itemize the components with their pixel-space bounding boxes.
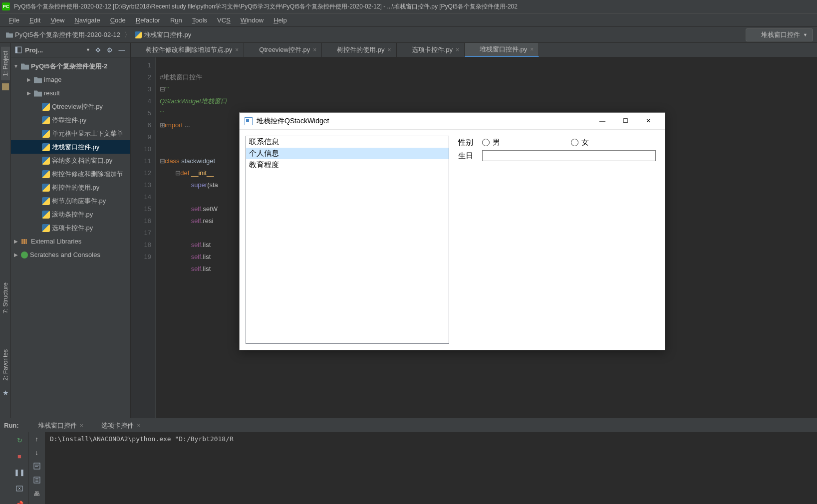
- list-item[interactable]: 教育程度: [246, 159, 449, 171]
- rerun-button[interactable]: ↻: [14, 435, 24, 445]
- editor-tab[interactable]: 堆栈窗口控件.py×: [465, 43, 539, 57]
- gear-icon[interactable]: ⚙: [105, 45, 114, 54]
- pause-button[interactable]: ❚❚: [14, 467, 24, 477]
- folder-stripe-icon[interactable]: [2, 83, 9, 90]
- close-icon[interactable]: ×: [456, 46, 459, 53]
- radio-icon: [571, 139, 578, 146]
- expander-icon[interactable]: ▶: [13, 239, 19, 244]
- folder-icon: [34, 90, 42, 97]
- python-file-icon: [249, 46, 256, 53]
- code-line: QStackWidget堆栈窗口: [160, 97, 227, 105]
- editor-tab[interactable]: Qtreeview控件.py×: [244, 43, 322, 57]
- qt-titlebar[interactable]: 堆栈控件QStackWidget — ☐ ✕: [240, 113, 665, 130]
- tree-file[interactable]: 停靠控件.py: [11, 113, 130, 127]
- collapse-icon[interactable]: —: [117, 45, 126, 54]
- breadcrumb-file[interactable]: 堆栈窗口控件.py: [133, 29, 193, 40]
- menu-code[interactable]: Code: [105, 14, 131, 26]
- menu-tools[interactable]: Tools: [187, 14, 212, 26]
- menu-view[interactable]: View: [45, 14, 69, 26]
- qt-list-widget[interactable]: 联系信息个人信息教育程度: [246, 136, 449, 344]
- scroll-to-end-button[interactable]: [33, 476, 41, 484]
- menu-vcs[interactable]: VCS: [212, 14, 236, 26]
- main-menu-bar: File Edit View Navigate Code Refactor Ru…: [0, 13, 817, 27]
- breadcrumb: PyQt5各个复杂控件使用-2020-02-12 〉 堆栈窗口控件.py: [4, 29, 193, 40]
- close-button[interactable]: ✕: [637, 113, 660, 130]
- tree-external-libraries[interactable]: ▶ External Libraries: [11, 235, 130, 248]
- library-icon: [21, 238, 29, 245]
- editor-tab[interactable]: 选项卡控件.py×: [397, 43, 465, 57]
- run-tab[interactable]: 选项卡控件×: [87, 420, 145, 432]
- close-icon[interactable]: ×: [80, 422, 84, 429]
- expander-icon[interactable]: ▶: [26, 90, 32, 96]
- menu-run[interactable]: Run: [165, 14, 187, 26]
- radio-male[interactable]: 男: [482, 138, 567, 147]
- expander-icon[interactable]: ▶: [26, 77, 32, 82]
- chevron-down-icon[interactable]: ▼: [86, 47, 90, 52]
- menu-edit[interactable]: Edit: [24, 14, 45, 26]
- tree-file[interactable]: 树控件修改和删除增加节: [11, 167, 130, 181]
- tool-window-structure-tab[interactable]: 7: Structure: [1, 279, 10, 316]
- tree-scratches[interactable]: ▶ Scratches and Consoles: [11, 248, 130, 261]
- editor-tab[interactable]: 树控件修改和删除增加节点.py×: [131, 43, 244, 57]
- list-item[interactable]: 个人信息: [246, 148, 449, 159]
- exit-button[interactable]: [14, 483, 24, 493]
- expander-icon[interactable]: ▼: [13, 63, 19, 69]
- list-item[interactable]: 联系信息: [246, 136, 449, 148]
- code-text: .setW: [201, 205, 218, 213]
- close-icon[interactable]: ×: [530, 46, 534, 53]
- radio-female[interactable]: 女: [571, 138, 656, 147]
- tool-window-favorites-tab[interactable]: 2: Favorites: [1, 346, 10, 384]
- stop-button[interactable]: ■: [14, 451, 24, 461]
- tree-folder[interactable]: ▶result: [11, 86, 130, 100]
- close-icon[interactable]: ×: [388, 46, 391, 53]
- pin-button[interactable]: 📌: [14, 499, 24, 504]
- maximize-button[interactable]: ☐: [614, 113, 637, 130]
- code-text: .list: [201, 265, 211, 272]
- breadcrumb-root[interactable]: PyQt5各个复杂控件使用-2020-02-12: [4, 29, 122, 40]
- tree-file[interactable]: Qtreeview控件.py: [11, 100, 130, 113]
- menu-navigate[interactable]: Navigate: [69, 14, 105, 26]
- close-icon[interactable]: ×: [235, 46, 239, 53]
- project-tree[interactable]: ▼ PyQt5各个复杂控件使用-2 ▶image▶resultQtreeview…: [11, 57, 130, 418]
- tree-file[interactable]: 树节点响应事件.py: [11, 194, 130, 208]
- menu-window[interactable]: Window: [236, 14, 269, 26]
- menu-help[interactable]: Help: [269, 14, 292, 26]
- birthday-input[interactable]: [482, 150, 656, 161]
- tool-window-project-tab[interactable]: 1: Project: [1, 47, 10, 80]
- tree-file[interactable]: 堆栈窗口控件.py: [11, 140, 130, 154]
- run-config-selector[interactable]: 堆栈窗口控件 ▼: [746, 28, 813, 41]
- code-self: self: [191, 205, 201, 213]
- editor-tabs: 树控件修改和删除增加节点.py×Qtreeview控件.py×树控件的使用.py…: [131, 43, 817, 57]
- close-icon[interactable]: ×: [137, 422, 141, 429]
- run-console-output[interactable]: D:\Install\ANACONDA2\python.exe "D:/Byrb…: [45, 432, 817, 504]
- expander-icon[interactable]: ▶: [13, 252, 19, 257]
- code-self: self: [191, 253, 201, 260]
- tree-file[interactable]: 单元格中显示上下文菜单: [11, 127, 130, 140]
- scroll-from-source-icon[interactable]: ✥: [93, 45, 102, 54]
- editor-tab[interactable]: 树控件的使用.py×: [322, 43, 396, 57]
- python-file-icon: [91, 422, 98, 429]
- tree-file[interactable]: 滚动条控件.py: [11, 208, 130, 221]
- menu-file[interactable]: File: [4, 14, 24, 26]
- print-button[interactable]: 🖶: [33, 490, 40, 498]
- gender-row: 性别 男 女: [458, 138, 656, 147]
- tree-node-label: 树节点响应事件.py: [52, 197, 106, 206]
- close-icon[interactable]: ×: [313, 46, 316, 53]
- minimize-button[interactable]: —: [591, 113, 614, 130]
- tree-root[interactable]: ▼ PyQt5各个复杂控件使用-2: [11, 59, 130, 73]
- down-button[interactable]: ↓: [35, 449, 38, 456]
- menu-refactor[interactable]: Refactor: [131, 14, 165, 26]
- up-button[interactable]: ↑: [35, 435, 38, 443]
- tree-file[interactable]: 容纳多文档的窗口.py: [11, 154, 130, 167]
- code-class: stackwidget: [180, 157, 216, 165]
- run-tab[interactable]: 堆栈窗口控件×: [24, 420, 88, 432]
- tree-file[interactable]: 选项卡控件.py: [11, 221, 130, 235]
- tree-node-label: 滚动条控件.py: [52, 210, 93, 219]
- tree-node-label: result: [44, 89, 60, 97]
- tree-file[interactable]: 树控件的使用.py: [11, 181, 130, 194]
- pycharm-app-icon: PC: [2, 2, 10, 10]
- qt-window-icon: [245, 117, 253, 125]
- tree-folder[interactable]: ▶image: [11, 73, 130, 86]
- soft-wrap-button[interactable]: [33, 462, 41, 470]
- code-keyword: def: [180, 169, 189, 177]
